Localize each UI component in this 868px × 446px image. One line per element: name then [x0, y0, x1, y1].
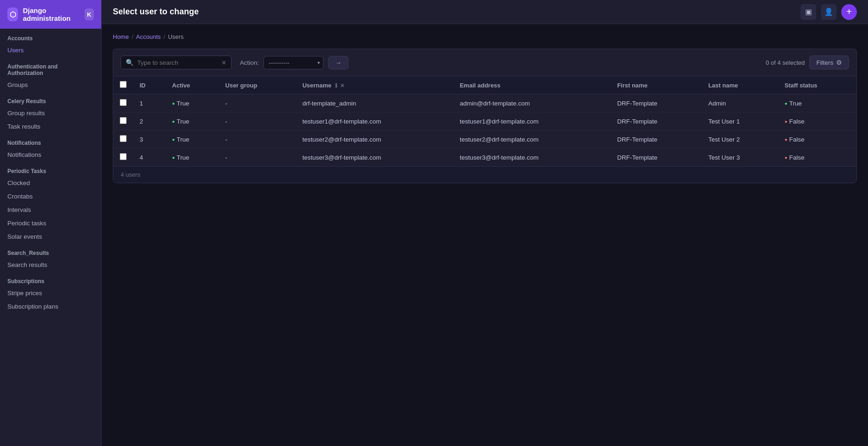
- breadcrumb-sep-1: /: [132, 33, 134, 40]
- col-id[interactable]: ID: [133, 76, 165, 94]
- col-first-name[interactable]: First name: [611, 76, 702, 94]
- breadcrumb-current: Users: [168, 33, 183, 40]
- row-staff-status: ●False: [778, 149, 856, 167]
- sidebar-item-stripe-prices[interactable]: Stripe prices: [0, 286, 101, 300]
- staff-status-value: ●False: [785, 154, 850, 161]
- staff-dot: ●: [785, 155, 788, 160]
- col-email[interactable]: Email address: [453, 76, 611, 94]
- action-select[interactable]: ----------: [263, 56, 324, 69]
- monitor-icon[interactable]: ▣: [801, 4, 816, 20]
- staff-status-value: ●False: [785, 118, 850, 125]
- active-status: ●True: [172, 100, 212, 107]
- active-dot: ●: [172, 101, 175, 106]
- active-status: ●True: [172, 118, 212, 125]
- row-checkbox-3[interactable]: [120, 135, 127, 142]
- table-row: 4 ●True - testuser3@drf-template.com tes…: [113, 149, 856, 167]
- row-checkbox-4[interactable]: [120, 153, 127, 160]
- row-username: testuser1@drf-template.com: [296, 112, 453, 130]
- active-dot: ●: [172, 137, 175, 142]
- row-checkbox-cell: [113, 149, 133, 167]
- sidebar-item-clocked[interactable]: Clocked: [0, 176, 101, 190]
- row-last-name: Test User 2: [702, 130, 778, 149]
- sidebar-item-intervals[interactable]: Intervals: [0, 203, 101, 217]
- sidebar-item-periodic-tasks[interactable]: Periodic tasks: [0, 217, 101, 230]
- sidebar-section-title: Authentication and Authorization: [0, 57, 101, 78]
- staff-dot: ●: [785, 119, 788, 124]
- row-checkbox-1[interactable]: [120, 99, 127, 106]
- sidebar-item-subscription-plans[interactable]: Subscription plans: [0, 300, 101, 313]
- row-active: ●True: [165, 94, 219, 112]
- sidebar-item-group-results[interactable]: Group results: [0, 106, 101, 120]
- breadcrumb-home[interactable]: Home: [113, 33, 129, 40]
- action-go-button[interactable]: →: [328, 56, 348, 69]
- toolbar: 🔍 ✕ Action: ---------- ▾ → 0 of 4 select…: [113, 49, 857, 76]
- sidebar-section-title: Subscriptions: [0, 272, 101, 286]
- select-all-header: [113, 76, 133, 94]
- staff-dot: ●: [785, 101, 788, 106]
- row-id: 4: [133, 149, 165, 167]
- staff-status-value: ●True: [785, 100, 850, 107]
- breadcrumb-accounts[interactable]: Accounts: [136, 33, 160, 40]
- sidebar-item-notifications[interactable]: Notifications: [0, 148, 101, 161]
- row-last-name: Admin: [702, 94, 778, 112]
- users-table-container: ID Active User group Username ℹ ✕ Email …: [113, 76, 857, 183]
- row-checkbox-2[interactable]: [120, 117, 127, 124]
- username-clear-sort-icon[interactable]: ✕: [340, 83, 344, 88]
- row-id: 2: [133, 112, 165, 130]
- sidebar: ⬡ Django administration K AccountsUsersA…: [0, 0, 102, 446]
- row-email: testuser2@drf-template.com: [453, 130, 611, 149]
- table-row: 1 ●True - drf-template_admin admin@drf-t…: [113, 94, 856, 112]
- search-clear-icon[interactable]: ✕: [221, 59, 226, 66]
- sidebar-toggle[interactable]: K: [85, 8, 94, 20]
- sidebar-item-crontabs[interactable]: Crontabs: [0, 190, 101, 203]
- table-row: 3 ●True - testuser2@drf-template.com tes…: [113, 130, 856, 149]
- sidebar-item-search-results[interactable]: Search results: [0, 258, 101, 272]
- users-table: ID Active User group Username ℹ ✕ Email …: [113, 76, 856, 166]
- row-first-name: DRF-Template: [611, 149, 702, 167]
- action-label: Action:: [240, 59, 259, 66]
- row-checkbox-cell: [113, 94, 133, 112]
- table-footer-count: 4 users: [121, 171, 141, 178]
- username-info-icon[interactable]: ℹ: [335, 82, 337, 89]
- active-status: ●True: [172, 154, 212, 161]
- content-area: Home / Accounts / Users 🔍 ✕ Action: ----…: [102, 24, 868, 446]
- row-last-name: Test User 1: [702, 112, 778, 130]
- row-active: ●True: [165, 149, 219, 167]
- col-active[interactable]: Active: [165, 76, 219, 94]
- row-staff-status: ●False: [778, 112, 856, 130]
- filters-button[interactable]: Filters ⚙: [809, 56, 849, 69]
- search-input[interactable]: [137, 59, 218, 66]
- col-user-group[interactable]: User group: [219, 76, 296, 94]
- col-username[interactable]: Username ℹ ✕: [296, 76, 453, 94]
- row-active: ●True: [165, 112, 219, 130]
- col-last-name[interactable]: Last name: [702, 76, 778, 94]
- action-select-wrapper: ---------- ▾: [263, 56, 324, 69]
- table-footer: 4 users: [113, 166, 856, 183]
- active-status: ●True: [172, 136, 212, 143]
- staff-dot: ●: [785, 137, 788, 142]
- sidebar-item-users[interactable]: Users: [0, 43, 101, 57]
- row-first-name: DRF-Template: [611, 130, 702, 149]
- main-area: Select user to change ▣ 👤 + Home / Accou…: [102, 0, 868, 446]
- row-last-name: Test User 3: [702, 149, 778, 167]
- sidebar-section-title: Periodic Tasks: [0, 161, 101, 176]
- sidebar-item-solar-events[interactable]: Solar events: [0, 230, 101, 243]
- sidebar-item-task-results[interactable]: Task results: [0, 120, 101, 133]
- active-dot: ●: [172, 119, 175, 124]
- row-user-group: -: [219, 130, 296, 149]
- filters-icon: ⚙: [836, 59, 842, 66]
- col-staff-status[interactable]: Staff status: [778, 76, 856, 94]
- add-button[interactable]: +: [841, 4, 857, 20]
- staff-status-value: ●False: [785, 136, 850, 143]
- sidebar-section-title: Search_Results: [0, 243, 101, 258]
- sidebar-section-title: Notifications: [0, 133, 101, 148]
- user-icon[interactable]: 👤: [821, 4, 837, 20]
- search-box: 🔍 ✕: [121, 56, 232, 69]
- row-id: 3: [133, 130, 165, 149]
- row-id: 1: [133, 94, 165, 112]
- select-all-checkbox[interactable]: [120, 81, 127, 88]
- row-staff-status: ●False: [778, 130, 856, 149]
- sidebar-header: ⬡ Django administration K: [0, 0, 101, 29]
- breadcrumb: Home / Accounts / Users: [113, 33, 857, 40]
- sidebar-item-groups[interactable]: Groups: [0, 78, 101, 92]
